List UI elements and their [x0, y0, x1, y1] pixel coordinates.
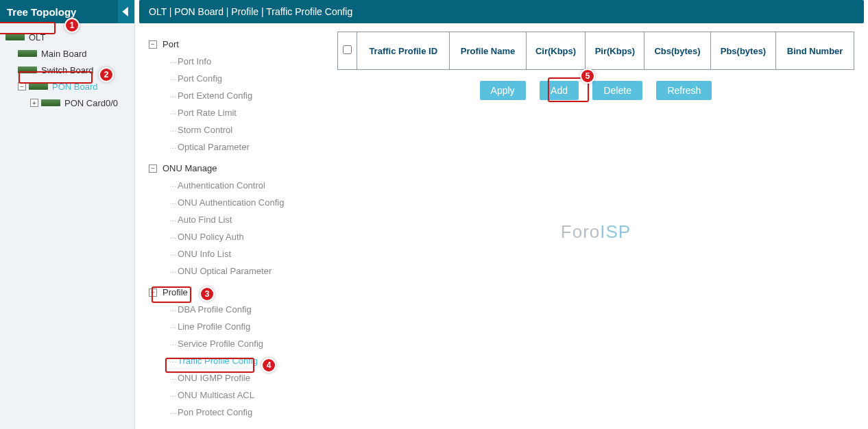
tree-label: PON Board — [52, 82, 97, 92]
secnav-item[interactable]: Port Rate Limit — [149, 104, 328, 121]
group-label: Port — [162, 39, 179, 49]
secnav-item[interactable]: ONU Info List — [149, 245, 328, 262]
breadcrumb: OLT | PON Board | Profile | Traffic Prof… — [139, 0, 864, 23]
sidebar-title: Tree Topology — [7, 6, 76, 18]
collapse-icon[interactable]: − — [149, 164, 157, 173]
col-id: Traffic Profile ID — [357, 32, 450, 70]
col-cbs: Cbs(bytes) — [644, 32, 710, 70]
apply-button[interactable]: Apply — [480, 81, 526, 100]
secnav-item[interactable]: ONU Policy Auth — [149, 228, 328, 245]
secnav-item[interactable]: ONU Optical Parameter — [149, 262, 328, 280]
group-label: Profile — [162, 287, 188, 297]
collapse-icon[interactable]: − — [149, 40, 157, 49]
breadcrumb-text: OLT | PON Board | Profile | Traffic Prof… — [149, 6, 352, 17]
col-pir: Pir(Kbps) — [586, 32, 644, 70]
secnav-item[interactable]: Optical Parameter — [149, 138, 328, 156]
secnav-group-profile: − Profile DBA Profile Config Line Profil… — [149, 284, 328, 421]
group-label: ONU Manage — [162, 163, 217, 173]
tree-label: OLT — [29, 32, 45, 42]
board-icon — [5, 34, 25, 40]
content: − Port Port Info Port Config Port Extend… — [139, 27, 864, 429]
tree-node-switch-board[interactable]: Switch Board — [5, 62, 134, 78]
secnav-group-port: − Port Port Info Port Config Port Extend… — [149, 36, 328, 156]
secondary-nav: − Port Port Info Port Config Port Extend… — [139, 27, 328, 429]
tree-label: Main Board — [41, 49, 86, 59]
secnav-title-onu[interactable]: − ONU Manage — [149, 160, 328, 177]
watermark: ForoISP — [561, 221, 631, 243]
secnav-item[interactable]: Service Profile Config — [149, 335, 328, 352]
secnav-item[interactable]: Auto Find List — [149, 211, 328, 228]
secnav-item[interactable]: DBA Profile Config — [149, 301, 328, 318]
tree-node-pon-board[interactable]: − PON Board — [5, 78, 134, 95]
add-button[interactable]: Add — [540, 81, 579, 100]
collapse-icon[interactable]: − — [18, 82, 26, 90]
board-icon — [41, 99, 60, 106]
tree-node-main-board[interactable]: Main Board — [5, 45, 134, 62]
badge-2: 2 — [99, 67, 114, 82]
triangle-left-icon — [121, 7, 131, 16]
expand-icon[interactable]: + — [30, 99, 38, 107]
badge-4: 4 — [261, 358, 276, 373]
secnav-item[interactable]: Line Profile Config — [149, 318, 328, 335]
secnav-title-port[interactable]: − Port — [149, 36, 328, 53]
refresh-button[interactable]: Refresh — [656, 81, 712, 100]
traffic-profile-table: Traffic Profile ID Profile Name Cir(Kbps… — [337, 32, 854, 70]
tree-root: OLT Main Board Switch Board − PON Board … — [0, 23, 134, 111]
tree-node-pon-card[interactable]: + PON Card0/0 — [5, 95, 134, 111]
secnav-item[interactable]: ONU Authentication Config — [149, 194, 328, 211]
secnav-item[interactable]: ONU IGMP Profile — [149, 369, 328, 387]
badge-5: 5 — [580, 69, 595, 84]
secnav-item[interactable]: Pon Protect Config — [149, 404, 328, 421]
secnav-title-profile[interactable]: − Profile — [149, 284, 328, 301]
secnav-item[interactable]: Port Info — [149, 53, 328, 70]
col-cir: Cir(Kbps) — [526, 32, 586, 70]
select-all-checkbox[interactable] — [343, 45, 352, 54]
collapse-icon[interactable]: − — [149, 289, 157, 297]
delete-button[interactable]: Delete — [592, 81, 642, 100]
main: OLT | PON Board | Profile | Traffic Prof… — [135, 0, 868, 429]
secnav-group-onu: − ONU Manage Authentication Control ONU … — [149, 160, 328, 280]
sidebar: Tree Topology OLT Main Board Switch Boar… — [0, 0, 135, 429]
collapse-sidebar-button[interactable] — [118, 0, 134, 23]
watermark-a: Foro — [561, 221, 600, 242]
board-icon — [18, 50, 37, 57]
col-bind: Bind Number — [776, 32, 854, 70]
tree-label: Switch Board — [41, 65, 94, 75]
col-name: Profile Name — [450, 32, 526, 70]
secnav-item[interactable]: Storm Control — [149, 121, 328, 138]
secnav-item-traffic-profile[interactable]: Traffic Profile Config — [149, 352, 328, 369]
badge-3: 3 — [200, 286, 215, 302]
secnav-item[interactable]: Port Config — [149, 70, 328, 87]
col-pbs: Pbs(bytes) — [710, 32, 776, 70]
board-icon — [18, 66, 37, 73]
badge-1: 1 — [64, 18, 80, 33]
button-row: Apply Add Delete Refresh 5 — [337, 81, 854, 100]
tree-label: PON Card0/0 — [64, 98, 118, 108]
board-icon — [29, 83, 48, 90]
secnav-item[interactable]: ONU Multicast ACL — [149, 387, 328, 404]
select-all-header — [338, 32, 357, 70]
secnav-item[interactable]: Authentication Control — [149, 177, 328, 194]
panel: Traffic Profile ID Profile Name Cir(Kbps… — [328, 27, 864, 429]
secnav-item[interactable]: Port Extend Config — [149, 87, 328, 104]
watermark-b: ISP — [600, 221, 631, 242]
